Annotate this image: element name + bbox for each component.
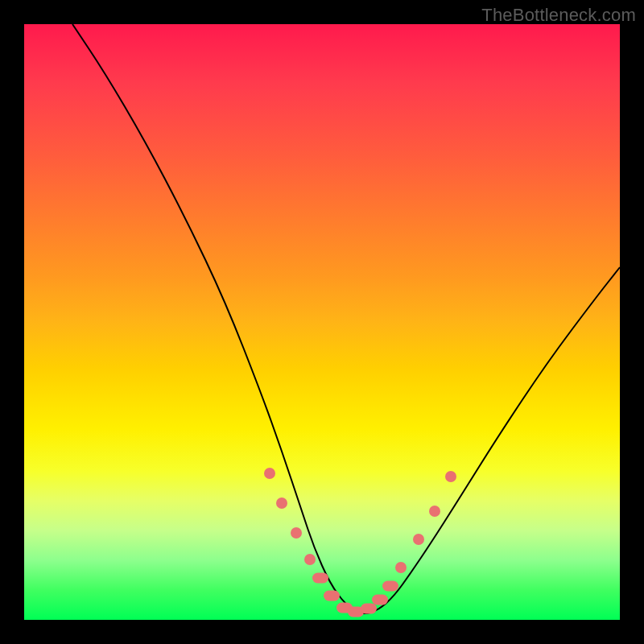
marker-pill <box>324 591 340 601</box>
marker-dot <box>445 471 456 482</box>
marker-pill <box>372 595 388 605</box>
plot-area <box>24 24 620 620</box>
marker-dot <box>304 554 316 565</box>
marker-pill <box>312 573 328 584</box>
bottleneck-curve <box>72 24 620 613</box>
marker-dot <box>264 468 275 479</box>
curve-layer <box>24 24 620 620</box>
chart-frame: TheBottleneck.com <box>0 0 644 644</box>
marker-dot <box>395 562 407 573</box>
watermark-text: TheBottleneck.com <box>481 5 636 26</box>
marker-pill <box>361 604 377 614</box>
marker-dot <box>429 506 440 517</box>
marker-dot <box>291 527 302 539</box>
marker-group <box>264 468 456 617</box>
marker-dot <box>413 534 424 545</box>
marker-pill <box>382 581 398 592</box>
marker-dot <box>276 497 287 509</box>
